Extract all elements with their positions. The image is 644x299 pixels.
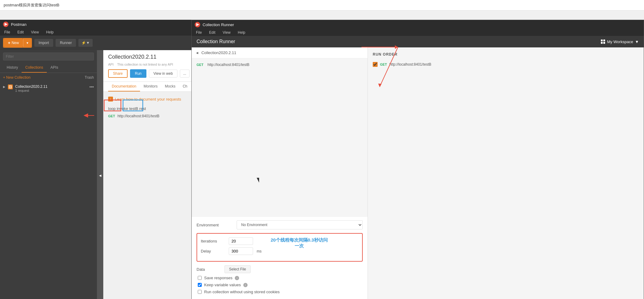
runner-menu-help[interactable]: Help <box>237 30 247 35</box>
select-file-button[interactable]: Select File <box>224 265 251 273</box>
collection-name: Collection2020.2.11 <box>15 84 87 89</box>
loop-title: loop invoke testB rest <box>108 106 196 111</box>
environment-row: Environment No Environment <box>197 220 363 229</box>
learn-link[interactable]: i Learn how to document your requests <box>108 97 196 101</box>
runner-left-panel: ◄ Collection2020.2.11 GET http://localho… <box>192 47 368 299</box>
collection-actions: Share Run View in web ... <box>108 69 196 78</box>
save-responses-label: Save responses <box>204 276 232 280</box>
import-button[interactable]: Import <box>34 39 53 47</box>
new-button-group: + New ▼ <box>3 38 32 48</box>
runner-right-panel: RUN ORDER GET http://localhost:8401/test… <box>368 47 644 299</box>
tab-documentation[interactable]: Documentation <box>108 82 140 91</box>
delay-input[interactable] <box>229 247 253 255</box>
no-cookies-checkbox[interactable] <box>198 290 202 294</box>
runner-title-bar: Collection Runner <box>192 20 644 29</box>
collection-icon <box>8 84 13 89</box>
search-input[interactable] <box>3 53 94 60</box>
config-box: Iterations Delay ms <box>197 233 363 262</box>
main-content: Collection2020.2.11 API This collection … <box>103 50 200 299</box>
sidebar-tab-apis[interactable]: APIs <box>47 63 62 73</box>
new-dropdown-button[interactable]: ▼ <box>23 39 31 47</box>
delay-label: Delay <box>201 249 225 253</box>
run-url: http://localhost:8401/testB <box>389 62 431 67</box>
save-responses-info-icon[interactable]: i <box>235 276 239 280</box>
postman-title-text: Postman <box>11 22 26 27</box>
sync-button[interactable]: ⚡▼ <box>78 39 93 47</box>
runner-menu-bar: File Edit View Help <box>192 29 644 36</box>
tab-mocks[interactable]: Mocks <box>161 82 179 91</box>
sidebar: History Collections APIs + New Collectio… <box>0 50 97 299</box>
request-row: GET http://localhost:8401/testB <box>108 114 196 118</box>
keep-variable-checkbox[interactable] <box>198 283 202 287</box>
nav-title: Collection2020.2.11 <box>201 50 236 55</box>
run-order-title: RUN ORDER <box>373 52 639 57</box>
environment-label: Environment <box>197 223 233 227</box>
collection-list-item[interactable]: ▶ Collection2020.2.11 1 request ••• <box>0 82 97 95</box>
runner-app-icon <box>195 22 200 27</box>
page-title-bar: postman模拟并发密集访问testB <box>0 0 644 11</box>
data-label: Data <box>197 267 221 272</box>
postman-icon <box>3 22 9 27</box>
postman-toolbar: + New ▼ Import Runner ⚡▼ <box>0 36 200 50</box>
sidebar-actions: + New Collection Trash <box>0 73 97 82</box>
keep-variable-label: Keep variable values <box>204 283 241 287</box>
collection-more-options[interactable]: ••• <box>89 84 94 89</box>
sidebar-tab-history[interactable]: History <box>3 63 22 73</box>
menu-view[interactable]: View <box>30 29 40 35</box>
more-options-button[interactable]: ... <box>180 70 190 77</box>
iterations-input[interactable] <box>229 237 253 245</box>
no-cookies-row: Run collection without using stored cook… <box>197 290 363 294</box>
new-collection-button[interactable]: + New Collection <box>3 75 30 80</box>
environment-select[interactable]: No Environment <box>237 220 363 229</box>
postman-window: Postman File Edit View Help + New ▼ Impo… <box>0 20 200 299</box>
collection-meta: API This collection is not linked to any… <box>108 63 196 66</box>
content-tabs: Documentation Monitors Mocks Ch <box>103 82 200 92</box>
runner-header-title: Collection Runner <box>197 39 235 44</box>
collection-title: Collection2020.2.11 <box>108 54 196 60</box>
iterations-label: Iterations <box>201 239 225 243</box>
menu-help[interactable]: Help <box>45 29 55 35</box>
sidebar-content-area: History Collections APIs + New Collectio… <box>0 50 200 299</box>
collection-expand-arrow: ▶ <box>3 85 5 88</box>
runner-request-item: GET http://localhost:8401/testB <box>195 61 364 69</box>
save-responses-checkbox[interactable] <box>198 276 202 280</box>
no-cookies-label: Run collection without using stored cook… <box>204 290 280 294</box>
nav-back-arrow[interactable]: ◄ <box>195 51 199 55</box>
sidebar-collapse-btn[interactable]: ◀ <box>97 50 103 299</box>
tab-monitors[interactable]: Monitors <box>140 82 161 91</box>
collection-sub: 1 request <box>15 89 87 92</box>
runner-menu-edit[interactable]: Edit <box>208 30 217 35</box>
menu-edit[interactable]: Edit <box>16 29 25 35</box>
runner-config: Environment No Environment Iterations <box>192 216 368 299</box>
view-in-web-button[interactable]: View in web <box>149 70 177 77</box>
request-url: http://localhost:8401/testB <box>118 114 159 118</box>
search-bar <box>0 50 97 63</box>
keep-variable-info-icon[interactable]: i <box>243 283 248 287</box>
save-responses-row: Save responses i <box>197 276 363 280</box>
menu-file[interactable]: File <box>3 29 11 35</box>
sidebar-tab-collections[interactable]: Collections <box>22 63 47 73</box>
tab-ch[interactable]: Ch <box>179 82 191 91</box>
iterations-row: Iterations <box>201 237 262 245</box>
runner-button[interactable]: Runner <box>56 39 76 47</box>
runner-request-list: GET http://localhost:8401/testB <box>192 58 368 216</box>
svg-rect-0 <box>9 86 12 88</box>
content-body: i Learn how to document your requests lo… <box>103 92 200 299</box>
run-button[interactable]: Run <box>130 69 146 78</box>
runner-menu-file[interactable]: File <box>195 30 203 35</box>
runner-request-url: http://localhost:8401/testB <box>207 63 249 67</box>
learn-icon: i <box>108 97 113 101</box>
request-method-badge: GET <box>108 114 115 118</box>
runner-menu-view[interactable]: View <box>221 30 232 35</box>
postman-title-bar: Postman <box>0 20 200 29</box>
runner-body: ◄ Collection2020.2.11 GET http://localho… <box>192 47 644 299</box>
workspace-grid-icon <box>601 40 605 44</box>
run-order-item: GET http://localhost:8401/testB <box>373 60 639 69</box>
keep-variable-row: Keep variable values i <box>197 283 363 287</box>
workspace-button[interactable]: My Workspace ▼ <box>601 40 639 44</box>
run-order-checkbox[interactable] <box>373 62 378 67</box>
delay-row: Delay ms <box>201 247 262 255</box>
trash-button[interactable]: Trash <box>85 75 94 80</box>
share-button[interactable]: Share <box>108 69 128 78</box>
new-button[interactable]: + New <box>4 39 23 47</box>
